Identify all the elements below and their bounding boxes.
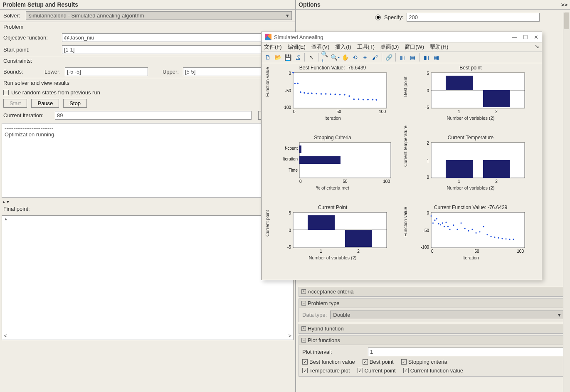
svg-text:0: 0 — [427, 175, 429, 180]
random-states-checkbox[interactable] — [3, 90, 9, 95]
problem-group-label: Problem — [0, 22, 295, 32]
cb-temp-label: Temperature plot — [309, 367, 350, 374]
open-icon[interactable]: 📂 — [273, 53, 282, 62]
cb-curfn[interactable] — [403, 368, 409, 373]
rotate-icon[interactable]: ⟲ — [350, 53, 360, 62]
svg-point-71 — [432, 222, 434, 224]
cb-curfn-label: Current function value — [410, 367, 463, 374]
svg-point-73 — [436, 218, 437, 219]
close-icon[interactable]: ✕ — [534, 34, 538, 40]
objective-label: Objective function: — [3, 35, 59, 41]
subplot-stopcrit: Stopping Criteria f-count Iteration Time… — [264, 135, 401, 204]
cb-bestfn[interactable] — [302, 359, 308, 365]
svg-point-9 — [297, 83, 299, 84]
menu-help[interactable]: 帮助(H) — [430, 43, 448, 51]
lower-input[interactable] — [65, 67, 148, 76]
upper-input[interactable] — [183, 67, 266, 76]
scroll-right-icon[interactable]: > — [288, 333, 291, 339]
menu-window[interactable]: 窗口(W) — [405, 43, 424, 51]
collapse-icon[interactable]: − — [301, 301, 306, 306]
plotinterval-input[interactable] — [368, 348, 564, 356]
figure-titlebar[interactable]: Simulated Annealing — ☐ ✕ — [262, 32, 542, 42]
svg-point-90 — [486, 234, 488, 235]
zoom-out-icon[interactable]: 🔍- — [331, 53, 340, 62]
hybrid-title: Hybrid function — [308, 325, 344, 332]
acceptance-section: + Acceptance criteria — [299, 287, 568, 297]
stop-button[interactable]: Stop — [63, 99, 87, 108]
startpoint-input[interactable] — [62, 45, 292, 54]
svg-rect-46 — [431, 143, 525, 178]
svg-point-70 — [430, 215, 432, 217]
layout-icon[interactable]: ▦ — [432, 53, 441, 62]
collapse-arrows[interactable]: >> — [561, 2, 568, 8]
svg-point-17 — [330, 94, 331, 95]
xlabel: Number of variables (2) — [264, 255, 401, 260]
minimize-icon[interactable]: — — [512, 34, 517, 40]
menu-more-icon[interactable]: ↘ — [535, 43, 539, 51]
cb-bestpt[interactable] — [363, 359, 368, 365]
cb-curpt[interactable] — [358, 368, 363, 373]
specify-radio[interactable] — [375, 15, 381, 20]
svg-text:-5: -5 — [287, 245, 291, 249]
print-icon[interactable]: 🖨 — [293, 53, 302, 62]
colorbar-icon[interactable]: ▥ — [398, 53, 407, 62]
expand-icon[interactable]: + — [301, 326, 306, 331]
datatype-combo[interactable]: Double — [330, 311, 564, 319]
menu-insert[interactable]: 插入(I) — [335, 43, 351, 51]
menu-desktop[interactable]: 桌面(D) — [380, 43, 399, 51]
save-icon[interactable]: 💾 — [283, 53, 292, 62]
cb-temp[interactable] — [302, 368, 308, 373]
link-icon[interactable]: 🔗 — [384, 53, 393, 62]
svg-point-87 — [475, 232, 476, 234]
cb-stopcrit-label: Stopping criteria — [408, 359, 447, 365]
datacursor-icon[interactable]: ⌖ — [360, 53, 370, 62]
zoom-in-icon[interactable]: 🔍+ — [321, 53, 330, 62]
brush-icon[interactable]: 🖌 — [370, 53, 380, 62]
options-scrollbar[interactable]: ˄ — [563, 12, 570, 392]
menu-view[interactable]: 查看(V) — [311, 43, 329, 51]
svg-text:-100: -100 — [421, 245, 429, 249]
svg-text:0: 0 — [289, 228, 291, 233]
dock-icon[interactable]: ◧ — [422, 53, 431, 62]
startpoint-label: Start point: — [3, 47, 59, 53]
legend-icon[interactable]: ▤ — [408, 53, 417, 62]
svg-text:50: 50 — [474, 249, 479, 254]
pause-button[interactable]: Pause — [31, 99, 59, 108]
pan-icon[interactable]: ✋ — [341, 53, 350, 62]
solver-combo[interactable]: simulannealbnd - Simulated annealing alg… — [26, 11, 292, 20]
svg-text:2: 2 — [495, 109, 498, 114]
svg-point-85 — [468, 230, 469, 232]
svg-point-10 — [300, 91, 301, 93]
maximize-icon[interactable]: ☐ — [523, 34, 528, 40]
collapse-icon[interactable]: − — [301, 338, 306, 343]
pointer-icon[interactable]: ↖ — [307, 53, 316, 62]
new-icon[interactable]: 🗋 — [263, 53, 272, 62]
svg-point-95 — [505, 238, 506, 239]
svg-point-14 — [316, 93, 317, 94]
output-textarea[interactable]: --------------------------- Optimization… — [2, 123, 294, 198]
svg-rect-59 — [308, 215, 335, 230]
iteration-input[interactable] — [55, 111, 252, 120]
run-solver-label: Run solver and view results — [0, 78, 295, 88]
svg-point-74 — [438, 223, 439, 224]
final-point-grid[interactable]: ▲ < > — [2, 215, 294, 340]
objective-input[interactable] — [62, 33, 292, 42]
menu-tools[interactable]: 工具(T) — [357, 43, 375, 51]
menu-edit[interactable]: 编辑(E) — [288, 43, 306, 51]
matlab-logo-icon — [265, 34, 271, 40]
xlabel: Iteration — [264, 116, 401, 121]
xlabel: Number of variables (2) — [402, 116, 539, 121]
expand-icon[interactable]: + — [301, 289, 306, 294]
menu-file[interactable]: 文件(F) — [264, 43, 282, 51]
hybrid-section: + Hybrid function — [299, 324, 568, 334]
splitter-arrows[interactable]: ▲▼ — [0, 200, 295, 204]
specify-input[interactable] — [407, 13, 540, 22]
scroll-left-icon[interactable]: < — [4, 333, 7, 339]
bounds-label: Bounds: — [3, 69, 28, 75]
svg-point-88 — [479, 231, 480, 232]
start-button[interactable]: Start — [3, 99, 27, 108]
scroll-thumb[interactable] — [564, 12, 569, 29]
cb-stopcrit[interactable] — [401, 359, 407, 365]
svg-point-91 — [490, 236, 491, 237]
svg-text:1: 1 — [458, 109, 460, 114]
